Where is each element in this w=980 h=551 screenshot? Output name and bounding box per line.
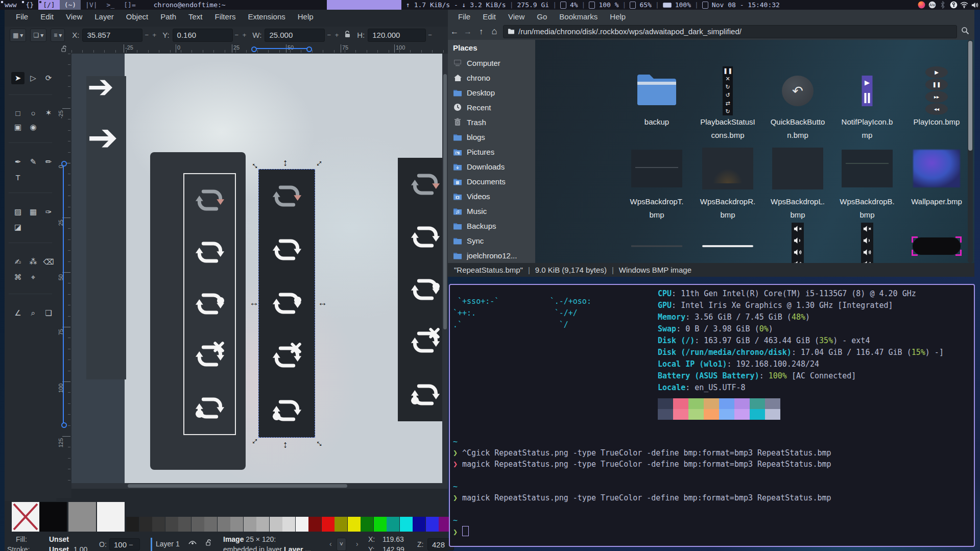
place-item-sync[interactable]: Sync	[453, 234, 534, 247]
stack-mode-dropdown[interactable]: ❏▾	[30, 29, 46, 42]
file-thumbnail[interactable]	[772, 148, 823, 189]
file-thumbnail[interactable]: ▶❚❚▸▸◂◂	[925, 66, 948, 115]
box3d-tool[interactable]: ▣	[11, 121, 25, 133]
pen-tool[interactable]: ✒	[11, 156, 25, 168]
home-icon[interactable]: ⌂	[488, 26, 501, 37]
measure-compass-tool[interactable]: ⌖	[27, 271, 40, 283]
place-item-computer[interactable]: Computer	[453, 57, 534, 69]
menu-view[interactable]: View	[60, 10, 88, 23]
zoom-tool[interactable]: ⌕	[27, 307, 40, 319]
gradient-tool[interactable]: ▨	[11, 206, 25, 218]
file-thumbnail[interactable]	[702, 148, 753, 189]
file-thumbnail[interactable]: ▶	[862, 76, 873, 106]
color-swatch[interactable]	[322, 517, 334, 532]
workspace-item[interactable]: []=	[119, 0, 140, 10]
workrave-icon[interactable]: A/w	[928, 1, 936, 9]
align-mode-dropdown[interactable]: ≡▾	[51, 29, 65, 42]
tweak-tool[interactable]: ✍	[11, 256, 25, 268]
color-swatch[interactable]	[426, 517, 439, 532]
menu-extensions[interactable]: Extensions	[242, 10, 291, 23]
next-chevron[interactable]: ›	[356, 540, 358, 548]
stroke-width-value[interactable]: 1.00	[74, 545, 87, 551]
place-item-downloads[interactable]: Downloads	[453, 160, 534, 173]
color-swatch[interactable]	[256, 517, 269, 532]
selection-mode-dropdown[interactable]: ▦▾	[10, 29, 26, 42]
menu-bookmarks[interactable]: Bookmarks	[553, 10, 604, 23]
lock-ratio-icon[interactable]	[345, 31, 351, 39]
file-item[interactable]: WpsBackdropT.bmp	[618, 195, 695, 222]
eraser-tool[interactable]: ⌫	[42, 256, 55, 268]
scale-handle[interactable]: ↕	[283, 158, 288, 167]
place-item-desktop[interactable]: Desktop	[453, 86, 534, 99]
color-swatch[interactable]	[192, 517, 204, 532]
forward-icon[interactable]: →	[461, 27, 474, 36]
pages-tool[interactable]: ❏	[42, 307, 55, 319]
current-layer-label[interactable]: Layer 1	[156, 540, 180, 548]
color-swatch[interactable]	[296, 517, 308, 532]
x-spinner[interactable]: − +	[145, 31, 157, 39]
ellipse-tool[interactable]: ○	[27, 107, 40, 119]
firefox-icon[interactable]	[917, 1, 925, 9]
zoom-dropdown[interactable]: ˅	[337, 538, 346, 551]
file-item[interactable]: QuickBackButton.bmp	[759, 115, 836, 142]
canvas-vector-icons[interactable]	[183, 173, 236, 435]
file-thumbnail[interactable]	[792, 223, 804, 263]
menu-view[interactable]: View	[502, 10, 531, 23]
place-item-music[interactable]: Music	[453, 205, 534, 217]
place-item-trash[interactable]: Trash	[453, 116, 534, 128]
scale-handle[interactable]: ↔	[249, 298, 259, 307]
pencil-tool[interactable]: ✎	[27, 156, 40, 168]
color-swatch[interactable]	[308, 517, 321, 532]
audio-icon[interactable]	[971, 1, 979, 9]
rectangle-tool[interactable]: □	[11, 107, 25, 119]
dropper-tool[interactable]: ✑	[42, 206, 55, 218]
color-swatch[interactable]	[204, 517, 217, 532]
file-item[interactable]: PlaybackStatusIcons.bmp	[689, 115, 766, 142]
file-item[interactable]: PlayIcon.bmp	[898, 115, 974, 129]
up-icon[interactable]: ↑	[474, 27, 488, 36]
file-grid[interactable]: backup❚❚✕↻↺⇄↻PlaybackStatusIcons.bmp↶Qui…	[535, 40, 974, 263]
h-spinner[interactable]: −	[428, 31, 433, 39]
scale-handle[interactable]: ↕	[283, 440, 288, 449]
workspace-item[interactable]: [/]	[38, 0, 59, 10]
menu-object[interactable]: Object	[120, 10, 154, 23]
wifi-icon[interactable]	[960, 1, 968, 9]
scale-handle[interactable]: ↔	[318, 298, 327, 307]
place-item-blogs[interactable]: blogs	[453, 131, 534, 143]
menu-go[interactable]: Go	[531, 10, 553, 23]
back-icon[interactable]: ←	[448, 27, 461, 36]
file-item[interactable]: WpsBackdropL.bmp	[759, 195, 836, 222]
opacity-field[interactable]: 100−	[109, 538, 140, 550]
menu-help[interactable]: Help	[604, 10, 632, 23]
vertical-ruler[interactable]: -250255075100125	[56, 54, 71, 498]
file-thumbnail[interactable]	[631, 150, 682, 187]
terminal-window[interactable]: `+sso+:-` `.-/+oso: `++:. `-/+/ .` `/ CP…	[449, 284, 975, 547]
place-item-documents[interactable]: Documents	[453, 175, 534, 187]
file-thumbnail[interactable]	[861, 223, 873, 263]
w-spinner[interactable]: − +	[327, 31, 340, 39]
star-tool[interactable]: ✶	[42, 107, 55, 119]
color-swatch[interactable]	[97, 502, 125, 532]
mesh-tool[interactable]: ▦	[27, 206, 40, 218]
menu-edit[interactable]: Edit	[34, 10, 60, 23]
place-item-videos[interactable]: Videos	[453, 190, 534, 202]
horizontal-ruler[interactable]: -250255075100	[71, 43, 448, 54]
color-swatch[interactable]	[270, 517, 282, 532]
workspace-item[interactable]: {}	[21, 0, 38, 10]
workspace-item[interactable]: |V|	[81, 0, 102, 10]
place-item-pictures[interactable]: Pictures	[453, 146, 534, 158]
place-item-recent[interactable]: Recent	[453, 101, 534, 113]
file-item[interactable]: Wallpaper.bmp	[898, 195, 974, 208]
path-bar[interactable]: /run/media/chrono/disk/.rockbox/wps/adwa…	[503, 25, 957, 38]
menu-path[interactable]: Path	[154, 10, 182, 23]
node-tool[interactable]: ▷	[27, 72, 40, 84]
keepassxc-icon[interactable]	[949, 1, 958, 9]
menu-help[interactable]: Help	[292, 10, 320, 23]
spiral-tool[interactable]: ◉	[27, 121, 40, 133]
color-swatch[interactable]	[218, 517, 230, 532]
prev-chevron[interactable]: ‹	[329, 540, 332, 548]
text-tool[interactable]: T	[11, 171, 25, 183]
place-item-chrono[interactable]: chrono	[453, 71, 534, 84]
layer-visibility-icon[interactable]	[188, 540, 197, 548]
ruler-lock-button[interactable]	[56, 43, 71, 54]
